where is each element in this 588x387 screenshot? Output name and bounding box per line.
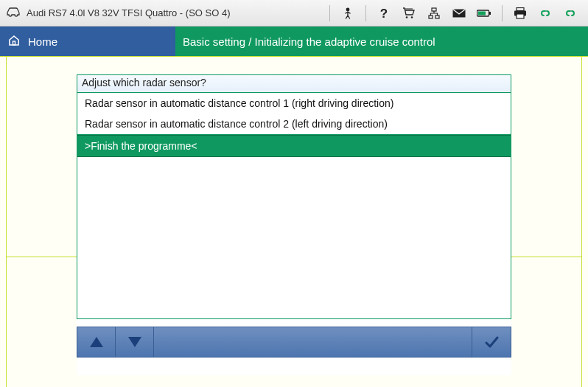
dialog-panel: Adjust which radar sensor? Radar sensor … xyxy=(77,74,511,375)
svg-rect-13 xyxy=(517,14,524,18)
battery-icon[interactable] xyxy=(477,6,491,21)
confirm-button[interactable] xyxy=(472,327,511,357)
link-green-icon[interactable] xyxy=(538,6,553,21)
option-item[interactable]: Radar sensor in automatic distance contr… xyxy=(77,114,511,134)
content-area: Adjust which radar sensor? Radar sensor … xyxy=(0,56,588,387)
window-title: Audi RS7 4.0l V8 32V TFSI Quattro - (SO … xyxy=(27,7,329,18)
home-icon xyxy=(7,34,21,49)
svg-point-2 xyxy=(406,16,408,18)
svg-text:?: ? xyxy=(380,7,388,20)
breadcrumb: Basic setting / Initializing the adaptiv… xyxy=(175,27,588,56)
nav-down-button[interactable] xyxy=(116,327,154,357)
svg-rect-9 xyxy=(489,12,491,15)
nav-row: Home Basic setting / Initializing the ad… xyxy=(0,27,588,56)
svg-point-3 xyxy=(411,16,413,18)
car-icon xyxy=(6,7,21,19)
option-item-selected[interactable]: >Finish the programme< xyxy=(77,135,511,157)
mail-icon[interactable] xyxy=(452,6,466,21)
title-bar: Audi RS7 4.0l V8 32V TFSI Quattro - (SO … xyxy=(0,0,588,27)
breadcrumb-text: Basic setting / Initializing the adaptiv… xyxy=(183,35,435,48)
svg-rect-6 xyxy=(435,15,439,18)
network-icon[interactable] xyxy=(427,6,441,21)
svg-rect-11 xyxy=(517,7,524,10)
link2-green-icon[interactable] xyxy=(563,6,578,21)
cart-icon[interactable] xyxy=(402,6,416,21)
nav-up-button[interactable] xyxy=(77,327,116,357)
help-icon[interactable]: ? xyxy=(377,6,391,21)
check-icon xyxy=(483,334,500,350)
svg-rect-4 xyxy=(432,8,436,11)
dialog-question: Adjust which radar sensor? xyxy=(77,74,511,92)
svg-rect-5 xyxy=(429,15,433,18)
home-button[interactable]: Home xyxy=(0,27,175,56)
svg-rect-10 xyxy=(478,11,486,15)
person-icon[interactable] xyxy=(340,6,355,21)
option-list: Radar sensor in automatic distance contr… xyxy=(77,92,511,319)
option-item[interactable]: Radar sensor in automatic distance contr… xyxy=(77,93,511,114)
print-icon[interactable] xyxy=(513,6,528,21)
home-label: Home xyxy=(28,35,57,48)
svg-point-0 xyxy=(346,7,350,11)
toolbar: ? xyxy=(329,5,582,21)
list-nav xyxy=(77,327,511,358)
